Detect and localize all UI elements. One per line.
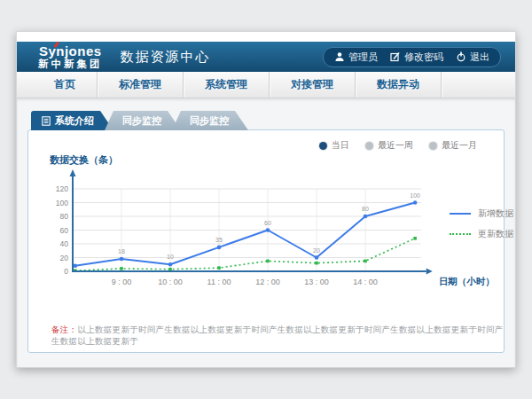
logout-label: 退出 bbox=[470, 51, 489, 64]
tab-label: 同步监控 bbox=[122, 111, 161, 130]
edit-icon bbox=[390, 51, 401, 62]
legend-line-icon bbox=[450, 233, 471, 235]
note-label: 备注： bbox=[51, 325, 77, 334]
tab-2[interactable]: 同步监控 bbox=[172, 111, 248, 130]
svg-text:20: 20 bbox=[60, 254, 69, 262]
app-window: Synjones 新中新集团 数据资源中心 管理员 修改密码 退出 首页标准管理… bbox=[16, 31, 516, 368]
radio-label: 最近一月 bbox=[442, 139, 477, 152]
legend-label: 更新数据 bbox=[478, 228, 513, 240]
svg-text:35: 35 bbox=[215, 237, 223, 243]
nav-item-0[interactable]: 首页 bbox=[33, 72, 98, 98]
user-toolbar: 管理员 修改密码 退出 bbox=[323, 47, 501, 67]
svg-text:14 : 00: 14 : 00 bbox=[353, 278, 378, 286]
svg-text:60: 60 bbox=[264, 220, 271, 226]
page-title: 数据资源中心 bbox=[121, 49, 211, 66]
system-intro-panel: 当日最近一周最近一月 数据交换（条） 020406080100120181035… bbox=[27, 129, 505, 353]
svg-text:0: 0 bbox=[64, 267, 68, 276]
logo-subtext: 新中新集团 bbox=[38, 59, 103, 70]
chart-legend: 新增数据更新数据 bbox=[450, 207, 513, 240]
line-chart: 0204060801001201810356020801009 : 0010 :… bbox=[41, 168, 515, 300]
svg-text:80: 80 bbox=[60, 212, 69, 221]
svg-text:日期（小时）: 日期（小时） bbox=[439, 276, 495, 287]
chart-area: 0204060801001201810356020801009 : 0010 :… bbox=[41, 168, 515, 301]
svg-text:10: 10 bbox=[167, 254, 174, 260]
user-menu[interactable]: 管理员 bbox=[334, 51, 378, 64]
svg-text:20: 20 bbox=[313, 247, 320, 254]
content-area: 系统介绍同步监控同步监控 当日最近一周最近一月 数据交换（条） 02040608… bbox=[17, 98, 515, 367]
logo: Synjones 新中新集团 bbox=[38, 44, 103, 70]
tab-label: 同步监控 bbox=[190, 111, 229, 130]
svg-text:100: 100 bbox=[56, 199, 68, 207]
logo-text: Synjones bbox=[38, 44, 103, 58]
svg-text:120: 120 bbox=[56, 184, 68, 193]
legend-item-0[interactable]: 新增数据 bbox=[450, 207, 513, 220]
y-axis-title: 数据交换（条） bbox=[50, 153, 504, 167]
time-range-filter: 当日最近一周最近一月 bbox=[319, 139, 477, 152]
svg-text:100: 100 bbox=[410, 192, 420, 199]
tab-1[interactable]: 同步监控 bbox=[105, 111, 181, 130]
app-header: Synjones 新中新集团 数据资源中心 管理员 修改密码 退出 bbox=[17, 42, 515, 72]
main-nav: 首页标准管理系统管理对接管理数据异动 bbox=[17, 72, 515, 98]
logout-button[interactable]: 退出 bbox=[456, 51, 489, 64]
range-radio-1[interactable]: 最近一周 bbox=[365, 139, 413, 152]
change-password-button[interactable]: 修改密码 bbox=[390, 51, 443, 64]
svg-text:60: 60 bbox=[60, 226, 69, 235]
user-icon bbox=[334, 51, 345, 62]
nav-item-1[interactable]: 标准管理 bbox=[98, 72, 184, 98]
document-icon bbox=[42, 116, 51, 126]
power-icon bbox=[456, 51, 466, 62]
radio-dot-icon bbox=[429, 142, 437, 150]
svg-text:12 : 00: 12 : 00 bbox=[255, 278, 280, 286]
window-top-strip bbox=[17, 32, 515, 42]
legend-line-icon bbox=[450, 213, 471, 215]
change-password-label: 修改密码 bbox=[404, 51, 443, 64]
note-text: 以上数据更新于时间产生数据以上数据更新于时间产生数据以上数据更新于时间产生数据以… bbox=[51, 325, 504, 346]
tab-label: 系统介绍 bbox=[55, 111, 94, 130]
svg-text:11 : 00: 11 : 00 bbox=[207, 278, 231, 286]
tab-0[interactable]: 系统介绍 bbox=[31, 111, 113, 130]
svg-text:80: 80 bbox=[362, 206, 369, 212]
svg-text:40: 40 bbox=[60, 239, 69, 248]
range-radio-2[interactable]: 最近一月 bbox=[429, 139, 477, 152]
range-radio-0[interactable]: 当日 bbox=[319, 139, 349, 152]
svg-text:9 : 00: 9 : 00 bbox=[112, 278, 132, 286]
tab-bar: 系统介绍同步监控同步监控 bbox=[31, 111, 515, 130]
nav-item-2[interactable]: 系统管理 bbox=[184, 72, 270, 98]
svg-text:10 : 00: 10 : 00 bbox=[158, 278, 183, 286]
nav-item-4[interactable]: 数据异动 bbox=[356, 72, 442, 98]
radio-dot-icon bbox=[365, 142, 373, 150]
radio-dot-icon bbox=[319, 142, 327, 150]
radio-label: 当日 bbox=[332, 139, 349, 152]
footer-note: 备注：以上数据更新于时间产生数据以上数据更新于时间产生数据以上数据更新于时间产生… bbox=[51, 325, 504, 348]
legend-label: 新增数据 bbox=[478, 207, 513, 220]
radio-label: 最近一周 bbox=[378, 139, 413, 152]
svg-text:18: 18 bbox=[118, 248, 125, 254]
nav-item-3[interactable]: 对接管理 bbox=[270, 72, 356, 98]
legend-item-1[interactable]: 更新数据 bbox=[450, 228, 513, 240]
user-label: 管理员 bbox=[348, 51, 378, 64]
svg-text:13 : 00: 13 : 00 bbox=[304, 278, 329, 286]
